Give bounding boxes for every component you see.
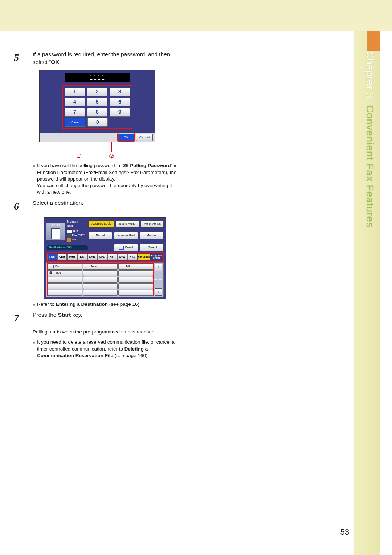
more-menus-button[interactable]: More Menus bbox=[141, 220, 164, 228]
alpha-tabs: #AB CDE FGH IJK LMN OPQ RST UVW XYZ Favo… bbox=[46, 252, 164, 262]
page-number: 53 bbox=[340, 527, 349, 538]
step-7-para: Polling starts when the pre-programmed t… bbox=[33, 329, 189, 335]
dest-empty[interactable] bbox=[83, 290, 118, 296]
dest-entry[interactable]: ☎Tel01 bbox=[48, 270, 82, 276]
tab-rst[interactable]: RST bbox=[107, 254, 117, 260]
bullet-icon: ● bbox=[33, 162, 37, 169]
scroll-controls: ↑ 01 / 01 ↓ bbox=[154, 264, 162, 296]
fax-icon: ☎ bbox=[49, 271, 53, 275]
key-2[interactable]: 2 bbox=[87, 88, 107, 96]
tab-ab[interactable]: #AB bbox=[47, 254, 57, 260]
tab-cde[interactable]: CDE bbox=[57, 254, 67, 260]
mail-icon bbox=[120, 265, 124, 268]
tab-ijk[interactable]: IJK bbox=[77, 254, 87, 260]
dest-entry[interactable]: Mike bbox=[118, 264, 153, 270]
keypad-screen: 1111 1 2 3 4 5 6 7 8 9 bbox=[39, 70, 155, 142]
destination-screen: 8.5x11 Memory XMT Address Book Basic Men… bbox=[44, 217, 166, 299]
key-6[interactable]: 6 bbox=[110, 98, 130, 106]
tab-program-group[interactable]: Program/ Group bbox=[151, 254, 162, 260]
step-number: 7 bbox=[0, 311, 33, 325]
key-0[interactable]: 0 bbox=[87, 118, 108, 127]
key-1[interactable]: 1 bbox=[65, 88, 85, 96]
tab-xyz[interactable]: XYZ bbox=[127, 254, 137, 260]
key-9[interactable]: 9 bbox=[110, 108, 130, 117]
redial-button[interactable]: Redial bbox=[88, 232, 112, 239]
bullet-icon: ● bbox=[33, 339, 37, 346]
chapter-tab-chip bbox=[367, 31, 380, 51]
keypad-ok-button[interactable]: OK bbox=[118, 134, 134, 141]
keypad-grid: 1 2 3 4 5 6 7 8 9 Clear bbox=[62, 85, 132, 129]
email-button[interactable]: Email bbox=[114, 244, 138, 251]
destination-list: Bob John Mike ☎Tel01 bbox=[46, 262, 164, 297]
tab-lmn[interactable]: LMN bbox=[87, 254, 97, 260]
mail-icon bbox=[119, 246, 124, 250]
key-clear[interactable]: Clear bbox=[65, 118, 85, 127]
chapter-heading: Chapter 3 Convenient Fax Features bbox=[363, 51, 377, 228]
step-6: 6 Select a destination. bbox=[0, 199, 189, 213]
keypad-bottom-bar: OK Cancel bbox=[40, 133, 155, 142]
password-display: 1111 bbox=[65, 73, 130, 82]
tab-uvw[interactable]: UVW bbox=[117, 254, 127, 260]
document-icon bbox=[51, 228, 60, 239]
dest-empty[interactable] bbox=[118, 270, 153, 276]
mode-label: Memory XMT bbox=[67, 220, 85, 228]
scroll-position: 01 / 01 bbox=[154, 278, 162, 281]
sd-icon bbox=[67, 238, 71, 242]
destinations-count: Destinations: 000 bbox=[47, 245, 88, 250]
search-icon: ⌕ bbox=[146, 246, 147, 250]
step-5-text: If a password is required, enter the pas… bbox=[33, 51, 189, 66]
key-7[interactable]: 7 bbox=[65, 108, 85, 117]
scan-settings: Text Fine.TIFF SD bbox=[67, 229, 85, 242]
dest-empty[interactable] bbox=[48, 277, 82, 283]
dest-empty[interactable] bbox=[118, 277, 153, 283]
dest-empty[interactable] bbox=[118, 283, 153, 289]
tab-favorites[interactable]: Favorites bbox=[138, 254, 150, 260]
address-book-button[interactable]: Address Book bbox=[88, 220, 114, 228]
dest-empty[interactable] bbox=[83, 283, 118, 289]
mail-icon bbox=[49, 265, 54, 268]
callout-1: ① bbox=[77, 142, 82, 161]
step-7-note: ● It you need to delete a reserved commu… bbox=[33, 339, 189, 359]
callout-2: ② bbox=[109, 142, 114, 161]
step-5-note: ● If you have set the polling password i… bbox=[33, 162, 189, 195]
manual-page: Chapter 3 Convenient Fax Features 5 If a… bbox=[0, 0, 392, 555]
dest-entry[interactable]: Bob bbox=[48, 264, 82, 270]
top-band bbox=[0, 0, 392, 31]
dest-empty[interactable] bbox=[118, 290, 153, 296]
dest-empty[interactable] bbox=[83, 277, 118, 283]
chapter-title: Convenient Fax Features bbox=[364, 105, 376, 228]
basic-menu-button[interactable]: Basic Menu bbox=[116, 220, 139, 228]
mail-icon bbox=[85, 265, 89, 268]
search-button[interactable]: ⌕Search bbox=[140, 244, 164, 251]
step-5: 5 If a password is required, enter the p… bbox=[0, 51, 189, 66]
scroll-down-button[interactable]: ↓ bbox=[155, 288, 162, 296]
scroll-up-button[interactable]: ↑ bbox=[155, 264, 162, 271]
chapter-prefix: Chapter bbox=[364, 51, 376, 90]
key-8[interactable]: 8 bbox=[87, 108, 107, 117]
dest-empty[interactable] bbox=[48, 283, 82, 289]
resolution-icon bbox=[67, 234, 71, 237]
dest-empty[interactable] bbox=[48, 290, 82, 296]
step-6-text: Select a destination. bbox=[33, 199, 189, 207]
step-number: 6 bbox=[0, 199, 33, 213]
tab-opq[interactable]: OPQ bbox=[97, 254, 107, 260]
bullet-icon: ● bbox=[33, 301, 37, 308]
step-7: 7 Press the Start key. bbox=[0, 311, 189, 325]
text-mode-icon bbox=[67, 229, 72, 233]
tab-fgh[interactable]: FGH bbox=[67, 254, 77, 260]
figure-keypad: 1111 1 2 3 4 5 6 7 8 9 bbox=[39, 70, 161, 161]
figure-destination: 8.5x11 Memory XMT Address Book Basic Men… bbox=[44, 217, 156, 299]
step-6-note: ● Refer to Entering a Destination (see p… bbox=[33, 301, 189, 308]
key-4[interactable]: 4 bbox=[65, 98, 85, 106]
key-3[interactable]: 3 bbox=[110, 88, 130, 96]
number-pad-button[interactable]: Number Pad bbox=[114, 232, 138, 239]
step-number: 5 bbox=[0, 51, 33, 65]
key-5[interactable]: 5 bbox=[87, 98, 107, 106]
monitor-button[interactable]: Monitor bbox=[140, 232, 164, 239]
step-7-text: Press the Start key. bbox=[33, 311, 189, 319]
content-column: 5 If a password is required, enter the p… bbox=[0, 51, 189, 555]
dest-empty[interactable] bbox=[83, 270, 118, 276]
keypad-callouts: ① ② bbox=[39, 142, 155, 161]
keypad-cancel-button[interactable]: Cancel bbox=[136, 134, 153, 141]
dest-entry[interactable]: John bbox=[83, 264, 118, 270]
